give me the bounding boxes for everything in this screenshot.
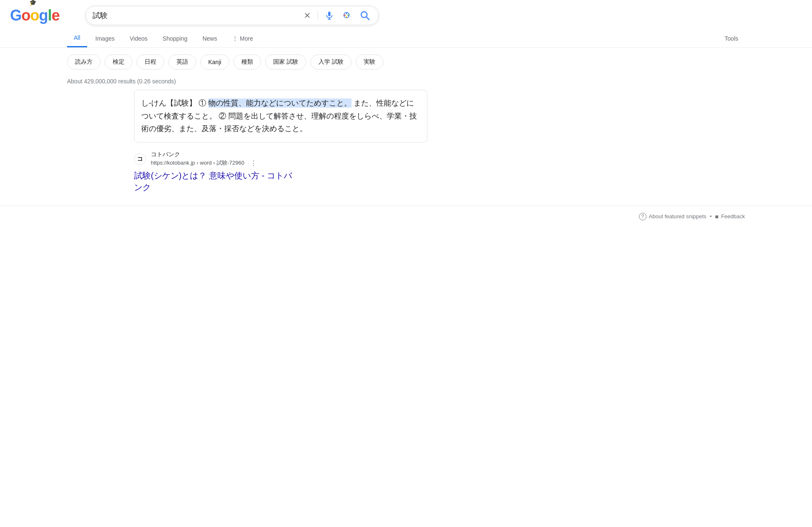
chip-kokka-shiken[interactable]: 国家 試験 bbox=[265, 54, 306, 70]
search-input[interactable]: 試験 bbox=[93, 11, 298, 20]
result-source: コ コトバンク https://kotobank.jp › word › 試験-… bbox=[67, 151, 360, 193]
source-favicon: コ bbox=[134, 153, 146, 165]
chip-shurui[interactable]: 種類 bbox=[233, 54, 261, 70]
tab-news[interactable]: News bbox=[196, 30, 224, 47]
chip-kanji[interactable]: Kanji bbox=[200, 54, 229, 70]
lens-icon bbox=[342, 11, 352, 20]
chip-jikken[interactable]: 実験 bbox=[356, 54, 383, 70]
voice-search-button[interactable] bbox=[323, 9, 336, 22]
feedback-label: Feedback bbox=[721, 213, 745, 220]
snippet-text-highlight: 物の性質、能力などについてためすこと。 bbox=[208, 98, 352, 108]
logo-oo: o 🎓 o bbox=[21, 7, 39, 24]
mic-icon bbox=[325, 11, 334, 20]
doodle-icon: 🎓 bbox=[29, 0, 36, 6]
svg-point-6 bbox=[361, 12, 367, 18]
google-logo[interactable]: G o 🎓 o g l e bbox=[10, 7, 59, 24]
nav-tabs: All Images Videos Shopping News ⋮ More T… bbox=[0, 29, 812, 48]
feedback-separator: • bbox=[710, 213, 712, 220]
logo-letter-l: l bbox=[48, 7, 52, 24]
tab-images[interactable]: Images bbox=[89, 30, 122, 47]
source-menu-button[interactable]: ⋮ bbox=[248, 158, 259, 168]
about-snippets-label: About featured snippets bbox=[649, 213, 706, 220]
logo-letter-g2: g bbox=[39, 7, 48, 24]
chip-nyugaku-shiken[interactable]: 入学 試験 bbox=[310, 54, 352, 70]
feedback-icon: ■ bbox=[715, 213, 718, 220]
featured-snippet: し‐けん【試験】 ① 物の性質、能力などについてためすこと。 また、性能などにつ… bbox=[134, 90, 427, 142]
lens-button[interactable] bbox=[341, 9, 353, 22]
source-header: コ コトバンク https://kotobank.jp › word › 試験-… bbox=[134, 151, 293, 168]
source-name: コトバンク bbox=[151, 151, 259, 158]
logo-letter-o1: o bbox=[21, 7, 30, 24]
chips-area: 読み方 検定 日程 英語 Kanji 種類 国家 試験 入学 試験 実験 bbox=[0, 48, 812, 76]
logo-letter-o2: 🎓 o bbox=[30, 7, 39, 24]
snippet-text: し‐けん【試験】 ① 物の性質、能力などについてためすこと。 また、性能などにつ… bbox=[141, 97, 420, 135]
source-info: コトバンク https://kotobank.jp › word › 試験-72… bbox=[151, 151, 259, 168]
search-bar: 試験 ✕ bbox=[85, 6, 379, 25]
search-divider bbox=[318, 10, 318, 21]
logo-letter-e: e bbox=[52, 7, 59, 24]
svg-point-5 bbox=[346, 14, 348, 16]
svg-line-7 bbox=[367, 17, 369, 20]
header: G o 🎓 o g l e 試験 ✕ bbox=[0, 0, 812, 25]
clear-button[interactable]: ✕ bbox=[302, 9, 313, 22]
logo-area: G o 🎓 o g l e bbox=[10, 7, 77, 24]
tab-videos[interactable]: Videos bbox=[123, 30, 154, 47]
snippet-text-before: し‐けん【試験】 ① bbox=[141, 99, 208, 107]
source-url: https://kotobank.jp › word › 試験-72960 bbox=[151, 159, 244, 167]
chip-eigo[interactable]: 英語 bbox=[168, 54, 196, 70]
about-snippets-link[interactable]: ? About featured snippets bbox=[639, 213, 706, 220]
tab-more[interactable]: ⋮ More bbox=[225, 30, 260, 47]
tab-shopping[interactable]: Shopping bbox=[156, 30, 194, 47]
featured-snippet-container: し‐けん【試験】 ① 物の性質、能力などについてためすこと。 また、性能などにつ… bbox=[0, 90, 812, 142]
tab-tools[interactable]: Tools bbox=[718, 30, 745, 47]
feedback-link[interactable]: ■ Feedback bbox=[715, 213, 745, 220]
search-icons: ✕ bbox=[302, 9, 372, 22]
logo-letter-g: G bbox=[10, 7, 21, 24]
more-dots-icon: ⋮ bbox=[232, 35, 238, 42]
search-icon bbox=[360, 10, 370, 21]
source-url-row: https://kotobank.jp › word › 試験-72960 ⋮ bbox=[151, 158, 259, 168]
chip-nittei[interactable]: 日程 bbox=[137, 54, 164, 70]
clear-icon: ✕ bbox=[304, 10, 311, 21]
svg-rect-0 bbox=[328, 12, 331, 16]
search-button[interactable] bbox=[358, 9, 372, 22]
tab-all[interactable]: All bbox=[67, 29, 87, 47]
result-title-link[interactable]: 試験(シケン)とは？ 意味や使い方 - コトバンク bbox=[134, 170, 293, 193]
chip-yomikata[interactable]: 読み方 bbox=[67, 54, 101, 70]
chip-kentei[interactable]: 検定 bbox=[105, 54, 132, 70]
feedback-area: ? About featured snippets • ■ Feedback bbox=[0, 206, 812, 227]
results-info: About 429,000,000 results (0.26 seconds) bbox=[0, 76, 812, 90]
question-icon: ? bbox=[639, 213, 646, 220]
